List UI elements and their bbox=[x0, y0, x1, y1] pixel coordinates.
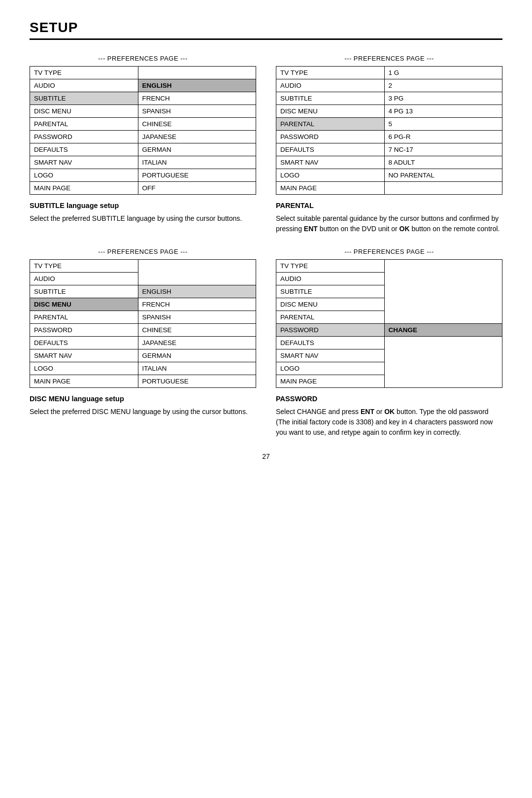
bottom-left-section: --- PREFERENCES PAGE --- TV TYPEAUDIOSUB… bbox=[30, 248, 256, 438]
top-right-section-label: --- PREFERENCES PAGE --- bbox=[276, 55, 502, 62]
table-cell-left: MAIN PAGE bbox=[30, 182, 138, 195]
table-cell-right: JAPANESE bbox=[138, 131, 256, 143]
table-cell-right: 4 PG 13 bbox=[384, 105, 502, 118]
bottom-right-section: --- PREFERENCES PAGE --- TV TYPEAUDIOSUB… bbox=[276, 248, 502, 438]
top-left-desc-text: Select the preferred SUBTITLE language b… bbox=[30, 213, 256, 224]
table-cell-left: AUDIO bbox=[276, 272, 385, 285]
table-cell-left: DISC MENU bbox=[276, 105, 385, 118]
top-left-table: TV TYPEAUDIOENGLISHSUBTITLEFRENCHDISC ME… bbox=[30, 66, 256, 195]
table-cell-left: SMART NAV bbox=[276, 156, 385, 169]
table-cell-right: NO PARENTAL bbox=[384, 169, 502, 182]
table-cell-left: DISC MENU bbox=[276, 298, 385, 311]
bottom-left-table: TV TYPEAUDIOSUBTITLEENGLISHDISC MENUFREN… bbox=[30, 259, 256, 388]
table-cell-left: DEFAULTS bbox=[30, 336, 138, 349]
table-cell-right: ITALIAN bbox=[138, 156, 256, 169]
table-cell-left: LOGO bbox=[30, 362, 138, 375]
table-cell-left: SUBTITLE bbox=[30, 92, 138, 105]
table-cell-right: 8 ADULT bbox=[384, 156, 502, 169]
top-right-table: TV TYPE1 GAUDIO2SUBTITLE3 PGDISC MENU4 P… bbox=[276, 66, 502, 195]
table-cell-right: FRENCH bbox=[138, 298, 256, 311]
table-cell-left: MAIN PAGE bbox=[30, 375, 138, 387]
table-cell-right: 3 PG bbox=[384, 92, 502, 105]
table-cell-left: LOGO bbox=[276, 169, 385, 182]
table-cell-left: SUBTITLE bbox=[276, 285, 385, 298]
table-cell-left: PARENTAL bbox=[30, 311, 138, 323]
bottom-right-section-label: --- PREFERENCES PAGE --- bbox=[276, 248, 502, 255]
table-cell-right: PORTUGUESE bbox=[138, 169, 256, 182]
bottom-left-desc-title: DISC MENU language setup bbox=[30, 394, 256, 405]
table-cell-right: FRENCH bbox=[138, 92, 256, 105]
top-right-section: --- PREFERENCES PAGE --- TV TYPE1 GAUDIO… bbox=[276, 55, 502, 234]
table-cell-left: PASSWORD bbox=[276, 131, 385, 143]
table-cell-right: 6 PG-R bbox=[384, 131, 502, 143]
table-cell-right: ITALIAN bbox=[138, 362, 256, 375]
table-cell-right: ENGLISH bbox=[138, 285, 256, 298]
table-cell-left: PARENTAL bbox=[30, 118, 138, 131]
top-left-desc: SUBTITLE language setup Select the prefe… bbox=[30, 201, 256, 224]
table-cell-right: 7 NC-17 bbox=[384, 143, 502, 156]
table-cell-right: CHANGE bbox=[384, 323, 502, 336]
table-cell-left: DEFAULTS bbox=[30, 143, 138, 156]
table-cell-right: GERMAN bbox=[138, 143, 256, 156]
top-left-section: --- PREFERENCES PAGE --- TV TYPEAUDIOENG… bbox=[30, 55, 256, 234]
table-cell-right: CHINESE bbox=[138, 323, 256, 336]
page-title: SETUP bbox=[30, 20, 502, 40]
table-cell-left: LOGO bbox=[276, 362, 385, 375]
table-cell-left: TV TYPE bbox=[30, 259, 138, 272]
table-cell-right: PORTUGUESE bbox=[138, 375, 256, 387]
top-right-desc-text: Select suitable parental guidance by the… bbox=[276, 213, 502, 234]
table-cell-left: SUBTITLE bbox=[276, 92, 385, 105]
top-right-desc-title: PARENTAL bbox=[276, 201, 502, 211]
table-cell-left: TV TYPE bbox=[276, 67, 385, 79]
table-cell-left: PARENTAL bbox=[276, 311, 385, 323]
table-cell-right: SPANISH bbox=[138, 311, 256, 323]
top-left-desc-title: SUBTITLE language setup bbox=[30, 201, 256, 211]
table-cell-left: DISC MENU bbox=[30, 298, 138, 311]
table-cell-left: PASSWORD bbox=[276, 323, 385, 336]
table-cell-right: JAPANESE bbox=[138, 336, 256, 349]
table-cell-left: MAIN PAGE bbox=[276, 182, 385, 195]
table-cell-left: PASSWORD bbox=[30, 323, 138, 336]
table-cell-right: 1 G bbox=[384, 67, 502, 79]
table-cell-right: GERMAN bbox=[138, 349, 256, 362]
top-left-section-label: --- PREFERENCES PAGE --- bbox=[30, 55, 256, 62]
table-cell-left: MAIN PAGE bbox=[276, 375, 385, 387]
table-cell-left: SMART NAV bbox=[30, 349, 138, 362]
table-cell-left: TV TYPE bbox=[30, 67, 138, 79]
table-cell-left: SMART NAV bbox=[276, 349, 385, 362]
table-cell-left: PASSWORD bbox=[30, 131, 138, 143]
table-cell-right: ENGLISH bbox=[138, 79, 256, 92]
table-cell-left: PARENTAL bbox=[276, 118, 385, 131]
bottom-right-desc-title: PASSWORD bbox=[276, 394, 502, 405]
table-cell-left: SMART NAV bbox=[30, 156, 138, 169]
table-cell-left: AUDIO bbox=[276, 79, 385, 92]
table-cell-left: DISC MENU bbox=[30, 105, 138, 118]
table-cell-right: 2 bbox=[384, 79, 502, 92]
bottom-right-table: TV TYPEAUDIOSUBTITLEDISC MENUPARENTALPAS… bbox=[276, 259, 502, 388]
table-cell-left: AUDIO bbox=[30, 272, 138, 285]
bottom-left-desc: DISC MENU language setup Select the pref… bbox=[30, 394, 256, 417]
table-cell-left: TV TYPE bbox=[276, 259, 385, 272]
bottom-right-desc-text: Select CHANGE and press ENT or OK button… bbox=[276, 407, 502, 438]
table-cell-left: DEFAULTS bbox=[276, 143, 385, 156]
bottom-left-desc-text: Select the preferred DISC MENU language … bbox=[30, 407, 256, 417]
table-cell-right: 5 bbox=[384, 118, 502, 131]
bottom-right-desc: PASSWORD Select CHANGE and press ENT or … bbox=[276, 394, 502, 438]
table-cell-right: CHINESE bbox=[138, 118, 256, 131]
table-cell-right: SPANISH bbox=[138, 105, 256, 118]
table-cell-left: AUDIO bbox=[30, 79, 138, 92]
table-cell-left: SUBTITLE bbox=[30, 285, 138, 298]
top-right-desc: PARENTAL Select suitable parental guidan… bbox=[276, 201, 502, 234]
bottom-left-section-label: --- PREFERENCES PAGE --- bbox=[30, 248, 256, 255]
table-cell-left: LOGO bbox=[30, 169, 138, 182]
table-cell-right: OFF bbox=[138, 182, 256, 195]
table-cell-left: DEFAULTS bbox=[276, 336, 385, 349]
page-number: 27 bbox=[30, 452, 502, 460]
